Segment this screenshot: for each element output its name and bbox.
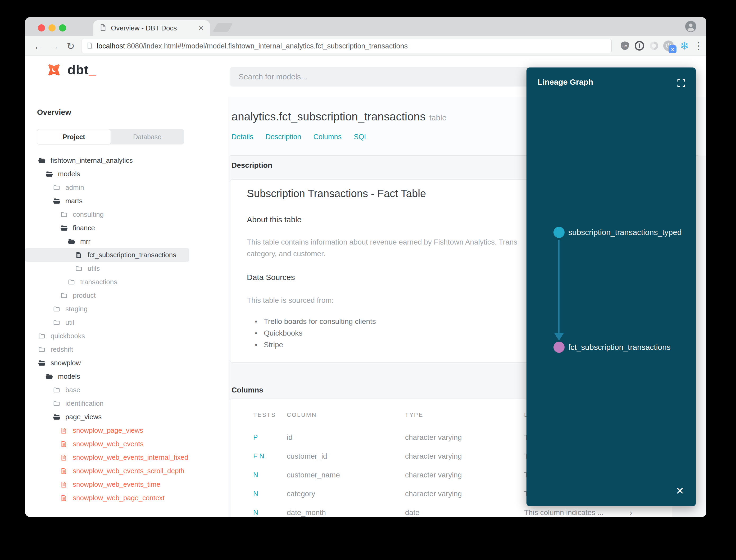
tree-item-label: transactions [80,278,117,286]
sidebar-item-admin[interactable]: admin [25,181,229,194]
folder-open-icon [53,413,62,421]
lineage-close-icon[interactable]: ✕ [674,485,686,497]
tree-item-label: util [65,318,74,327]
column-header-col: COLUMN [287,412,405,418]
sidebar-item-snowplow_web_page_context[interactable]: snowplow_web_page_context [25,491,229,505]
tree-item-label: quickbooks [51,332,85,340]
tree-item-label: admin [65,183,84,192]
sidebar-item-base[interactable]: base [25,383,229,397]
data-source-item: •Quickbooks [255,327,376,339]
folder-open-icon [45,170,54,178]
sidebar-item-redshift[interactable]: redshift [25,343,229,356]
forward-icon[interactable]: → [48,40,60,52]
tree-item-label: consulting [73,210,104,219]
tab-details[interactable]: Details [232,133,254,141]
browser-profile-avatar[interactable] [685,20,697,33]
file-red-icon [60,440,69,448]
description-section-label: Description [232,161,272,170]
sidebar-item-snowplow_web_events[interactable]: snowplow_web_events [25,437,229,451]
sidebar-item-utils[interactable]: utils [25,262,229,275]
browser-menu-icon[interactable]: ⋮ [693,40,705,52]
folder-icon [53,184,62,191]
lineage-title: Lineage Graph [537,78,593,87]
new-tab-button[interactable] [213,23,233,32]
url-bar[interactable]: localhost:8080/index.html#!/model/model.… [81,39,612,53]
sidebar-item-quickbooks[interactable]: quickbooks [25,329,229,343]
lineage-edge [558,240,559,333]
toggle-project[interactable]: Project [37,129,111,144]
folder-icon [53,319,62,326]
sidebar-item-page_views[interactable]: page_views [25,410,229,424]
materialization-badge: table [429,113,446,122]
window-close-button[interactable] [38,24,45,31]
model-tabs: DetailsDescriptionColumnsSQL [232,133,368,141]
tab-title: Overview - DBT Docs [111,24,198,32]
toggle-database[interactable]: Database [111,129,184,144]
cell-column: date_month [287,508,405,517]
sidebar-item-snowplow_web_events_scroll_depth[interactable]: snowplow_web_events_scroll_depth [25,464,229,478]
tab-description[interactable]: Description [266,133,301,141]
lineage-node[interactable]: fct_subscription_transactions [553,342,671,353]
onetab-extension-icon[interactable] [648,40,660,52]
sidebar-item-marts[interactable]: marts [25,194,229,208]
sidebar-item-fct_subscription_transactions[interactable]: fct_subscription_transactions [25,248,189,262]
tab-sql[interactable]: SQL [354,133,368,141]
cell-tests: F N [253,452,287,460]
tree-item-label: identification [65,399,104,408]
url-path: :8080/index.html#!/model/model.fishtown_… [125,42,408,50]
tab-columns[interactable]: Columns [314,133,342,141]
sidebar-item-snowplow_web_events_time[interactable]: snowplow_web_events_time [25,478,229,491]
snowflake-extension-icon[interactable]: ❄ [679,40,690,52]
bullet-icon: • [255,327,264,339]
sidebar-item-snowplow[interactable]: snowplow [25,356,229,370]
dbt-logo-icon[interactable] [45,61,63,79]
lineage-node[interactable]: subscription_transactions_typed [553,227,682,238]
doc-sources-intro: This table is sourced from: [247,296,334,305]
cell-type: character varying [405,490,524,498]
sidebar-item-models[interactable]: models [25,167,229,181]
doc-about-heading: About this table [247,215,302,224]
folder-icon [67,278,76,286]
sidebar-item-snowplow_page_views[interactable]: snowplow_page_views [25,424,229,437]
chevron-right-icon[interactable]: › [629,507,632,517]
tree-item-label: mrr [80,237,91,246]
cell-column: id [287,433,405,442]
sidebar-item-staging[interactable]: staging [25,302,229,316]
sidebar-item-transactions[interactable]: transactions [25,275,229,289]
folder-icon [53,400,62,407]
window-minimize-button[interactable] [48,24,56,31]
folder-icon [38,332,47,340]
tree-item-label: snowplow_web_events_scroll_depth [73,467,184,475]
folder-icon [75,265,84,272]
sidebar-item-mrr[interactable]: mrr [25,235,229,248]
folder-icon [53,386,62,394]
bullet-icon: • [255,316,264,327]
sidebar-item-finance[interactable]: finance [25,221,229,235]
fullscreen-icon[interactable] [677,79,686,88]
window-zoom-button[interactable] [59,24,66,31]
sidebar-item-models[interactable]: models [25,370,229,383]
tree-item-label: snowplow [51,359,81,367]
sidebar-item-util[interactable]: util [25,316,229,329]
tree-item-label: finance [73,224,95,232]
cell-type: character varying [405,452,524,460]
sidebar-item-identification[interactable]: identification [25,397,229,410]
doc-about-line1: This table contains information about re… [247,238,517,246]
dbt-logo-text: dbt_ [67,62,97,78]
power-extension-icon[interactable]: ⏻ x [663,40,674,52]
sidebar-item-fishtown_internal_analytics[interactable]: fishtown_internal_analytics [25,154,229,167]
onepassword-extension-icon[interactable] [634,40,645,52]
cell-type: character varying [405,433,524,442]
ublock-extension-icon[interactable]: uO [619,40,631,52]
tree-item-label: models [58,170,80,178]
folder-icon [53,305,62,313]
sidebar-item-snowplow_web_events_internal_fixed[interactable]: snowplow_web_events_internal_fixed [25,451,229,464]
cell-tests: P [253,433,287,441]
browser-tab[interactable]: Overview - DBT Docs ✕ [93,20,210,36]
tree-item-label: snowplow_web_events [73,440,143,448]
back-icon[interactable]: ← [33,40,44,52]
reload-icon[interactable]: ↻ [65,40,76,52]
sidebar-item-consulting[interactable]: consulting [25,208,229,221]
sidebar-item-product[interactable]: product [25,289,229,302]
tab-close-icon[interactable]: ✕ [198,24,204,32]
